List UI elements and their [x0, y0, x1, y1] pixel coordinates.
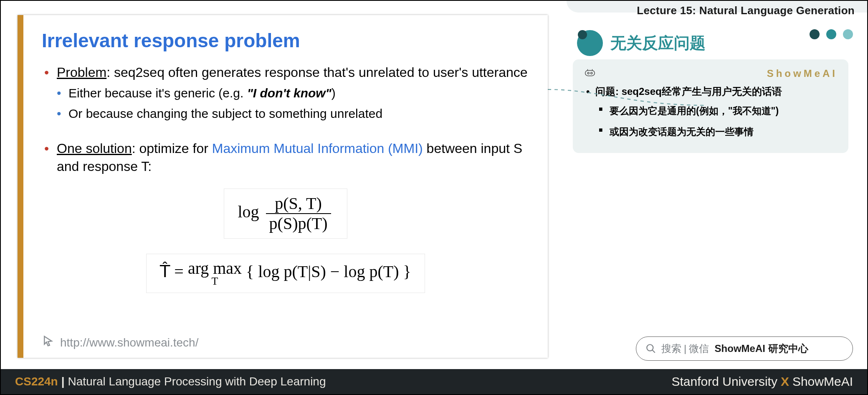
formula2-lhs: T̂ =	[160, 262, 188, 281]
problem-label: Problem	[57, 65, 106, 80]
card-header: ShowMeAI	[584, 68, 838, 79]
formula1-den: p(S)p(T)	[266, 214, 331, 232]
problem-text: : seq2seq often generates response that'…	[106, 65, 527, 80]
decorative-dots	[810, 29, 853, 39]
bullet-problem-b: Or because changing the subject to somet…	[42, 105, 529, 122]
course-code: CS224n	[15, 375, 58, 388]
search-strong: ShowMeAI 研究中心	[715, 343, 808, 354]
svg-point-5	[647, 344, 653, 351]
formula2-body: { log p(T|S) − log p(T) }	[242, 262, 411, 281]
formula1-num: p(S, T)	[266, 195, 331, 214]
svg-line-6	[652, 350, 655, 353]
dot-2-icon	[826, 29, 836, 39]
svg-point-2	[591, 72, 592, 74]
search-pill[interactable]: 搜索|微信 ShowMeAI 研究中心	[636, 336, 853, 361]
bullet-problem-a: Either because it's generic (e.g. "I don…	[42, 85, 529, 102]
mmi-link[interactable]: Maximum Mutual Information (MMI)	[212, 141, 423, 156]
slide-title: Irrelevant response problem	[42, 29, 529, 52]
footer-url[interactable]: http://www.showmeai.tech/	[60, 336, 198, 349]
right-title-block: 无关反应问题	[577, 30, 706, 56]
right-title: 无关反应问题	[610, 33, 706, 54]
b1a-post: )	[332, 86, 336, 100]
dot-1-icon	[810, 29, 820, 39]
card-bullet-1a: 要么因为它是通用的(例如，"我不知道")	[584, 102, 838, 120]
org-1: Stanford University	[671, 375, 777, 388]
formula1-log: log	[238, 202, 259, 221]
bullet-solution: One solution: optimize for Maximum Mutua…	[42, 140, 529, 176]
search-text: 搜索|微信 ShowMeAI 研究中心	[661, 342, 808, 355]
search-word-1: 搜索	[661, 343, 681, 354]
bottom-right: Stanford UniversityXShowMeAI	[671, 375, 853, 389]
formula-2: T̂ = arg maxT { log p(T|S) − log p(T) }	[42, 251, 529, 296]
course-title: Natural Language Processing with Deep Le…	[68, 375, 326, 388]
org-2: ShowMeAI	[792, 375, 853, 388]
lecture-label: Lecture 15: Natural Language Generation	[637, 4, 855, 17]
bullet-problem: Problem: seq2seq often generates respons…	[42, 64, 529, 82]
card-bullet-1: 问题: seq2seq经常产生与用户无关的话语	[584, 84, 838, 99]
translation-card: ShowMeAI 问题: seq2seq经常产生与用户无关的话语 要么因为它是通…	[573, 59, 848, 153]
slide: Irrelevant response problem Problem: seq…	[18, 15, 548, 358]
bottom-left: CS224n|Natural Language Processing with …	[15, 375, 326, 388]
dot-3-icon	[843, 29, 853, 39]
search-icon	[645, 343, 656, 354]
formula2-argmax: arg max	[188, 259, 242, 278]
bottom-bar: CS224n|Natural Language Processing with …	[1, 369, 867, 394]
svg-point-1	[587, 72, 589, 74]
search-word-2: 微信	[689, 343, 709, 354]
svg-rect-0	[585, 70, 595, 76]
slide-footer: http://www.showmeai.tech/	[42, 335, 198, 350]
solution-label: One solution	[57, 141, 132, 156]
b1a-pre: Either because it's generic (e.g.	[68, 86, 247, 100]
b2-mid: : optimize for	[132, 141, 212, 156]
brand-label: ShowMeAI	[767, 68, 838, 79]
page-root: Lecture 15: Natural Language Generation …	[0, 0, 868, 395]
formula-1: log p(S, T) p(S)p(T)	[42, 186, 529, 241]
bot-icon	[584, 68, 596, 79]
card-bullet-1b: 或因为改变话题为无关的一些事情	[584, 123, 838, 141]
b1a-quote: "I don't know"	[247, 86, 332, 100]
title-deco-icon	[577, 30, 603, 56]
cursor-icon	[42, 335, 54, 350]
